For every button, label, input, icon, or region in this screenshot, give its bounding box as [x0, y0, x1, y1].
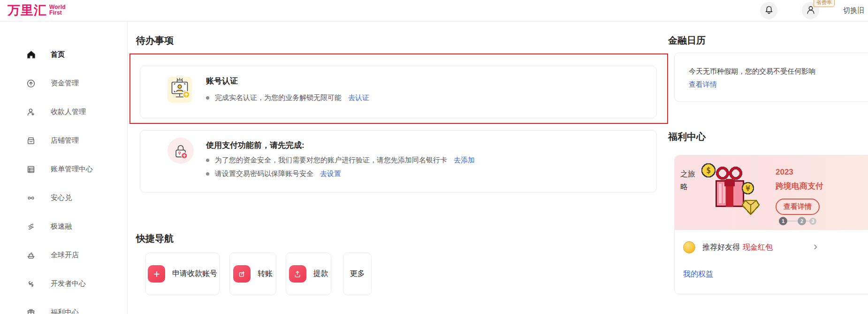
plus-icon	[148, 265, 165, 283]
quick-button-label: 提款	[313, 269, 328, 279]
sidebar-item-bills[interactable]: 账单管理中心	[0, 155, 127, 184]
top-header: 万里汇 World First 省费率 切换旧	[0, 0, 868, 22]
financial-calendar-card: 今天无币种假期，您的交易不受任何影响 查看详情	[674, 53, 868, 102]
sidebar-item-label: 收款人管理	[51, 107, 86, 116]
bullet-dot	[206, 96, 209, 100]
switch-version-link[interactable]: 切换旧	[843, 6, 864, 15]
go-verify-link[interactable]: 去认证	[348, 93, 369, 102]
home-icon	[26, 50, 38, 60]
calendar-details-link[interactable]: 查看详情	[689, 80, 717, 89]
store-icon	[26, 136, 38, 146]
sidebar-item-developer[interactable]: 开发者中心	[0, 269, 127, 298]
page-dot-2[interactable]: 2	[798, 217, 806, 225]
card-title: 账号认证	[206, 76, 369, 87]
referral-row[interactable]: 推荐好友得 现金红包 ›	[675, 230, 868, 253]
todo-section-title: 待办事项	[136, 34, 657, 47]
svg-text:¥: ¥	[746, 184, 750, 193]
sidebar-item-financing[interactable]: 极速融	[0, 212, 127, 241]
bullet-text: 为了您的资金安全，我们需要对您的账户进行验证，请您先添加同名银行卡	[215, 156, 447, 165]
calendar-section-title: 金融日历	[668, 34, 868, 47]
sidebar-nav: 首页 资金管理 收款人管理 店铺管理	[0, 22, 128, 314]
page-dot-3[interactable]: 3	[809, 218, 816, 225]
go-set-password-link[interactable]: 去设置	[320, 169, 341, 178]
gift-box-illustration: $ ¥	[698, 159, 763, 226]
card-title: 使用支付功能前，请先完成:	[206, 140, 475, 151]
banner-pagination[interactable]: 1 2 3	[779, 217, 816, 225]
bills-icon	[26, 164, 38, 175]
bullet-text: 完成实名认证，为您的业务解锁无限可能	[215, 93, 342, 102]
more-button[interactable]: 更多	[343, 253, 372, 295]
sidebar-item-home[interactable]: 首页	[0, 40, 127, 69]
chevron-right-icon: ›	[814, 240, 817, 253]
sidebar-item-label: 店铺管理	[51, 136, 79, 145]
global-store-icon	[26, 250, 38, 260]
todo-card-account-verification: 账号认证 完成实名认证，为您的业务解锁无限可能 去认证	[140, 66, 657, 118]
payee-icon	[26, 107, 38, 117]
transfer-icon	[233, 265, 251, 283]
sidebar-item-global-store[interactable]: 全球开店	[0, 241, 127, 269]
sidebar-item-label: 安心兑	[51, 193, 72, 202]
quick-button-label: 转账	[258, 269, 273, 279]
sidebar-item-exchange[interactable]: 安心兑	[0, 184, 127, 212]
welfare-icon	[26, 307, 38, 314]
sidebar-item-label: 福利中心	[51, 308, 79, 314]
sidebar-item-label: 全球开店	[51, 251, 79, 260]
right-panel: 金融日历 今天无币种假期，您的交易不受任何影响 查看详情 福利中心 之旅 略 $	[668, 22, 868, 294]
banner-subtitle: 跨境电商支付	[776, 181, 823, 191]
sidebar-item-label: 极速融	[51, 222, 72, 231]
logo-cn-text: 万里汇	[8, 2, 47, 18]
sidebar-item-welfare[interactable]: 福利中心	[0, 298, 127, 314]
sidebar-item-payees[interactable]: 收款人管理	[0, 98, 127, 126]
referral-text: 推荐好友得	[702, 243, 740, 253]
banner-details-button[interactable]: 查看详情	[776, 199, 820, 215]
page-dot-1[interactable]: 1	[779, 217, 787, 225]
svg-text:$: $	[706, 166, 711, 175]
apply-receiving-account-button[interactable]: 申请收款账号	[145, 253, 220, 295]
calendar-message: 今天无币种假期，您的交易不受任何影响	[689, 66, 868, 77]
account-verify-icon	[168, 77, 192, 103]
sidebar-item-label: 开发者中心	[51, 279, 86, 288]
welfare-section-title: 福利中心	[668, 130, 868, 143]
withdraw-icon	[289, 265, 306, 283]
welfare-center-card: 之旅 略 $ ¥	[674, 155, 868, 294]
quick-nav-row: 申请收款账号 转账 提款 更多	[145, 253, 657, 295]
quick-button-label: 申请收款账号	[172, 269, 217, 279]
coin-icon	[683, 241, 695, 253]
sidebar-item-stores[interactable]: 店铺管理	[0, 126, 127, 155]
quick-nav-section-title: 快捷导航	[136, 232, 657, 245]
withdraw-button[interactable]: 提款	[286, 253, 331, 295]
transfer-button[interactable]: 转账	[229, 253, 276, 295]
sidebar-item-label: 首页	[51, 50, 65, 59]
worldfirst-logo[interactable]: 万里汇 World First	[8, 2, 66, 18]
todo-card-payment-prerequisites: 使用支付功能前，请先完成: 为了您的资金安全，我们需要对您的账户进行验证，请您先…	[140, 130, 657, 192]
bullet-dot	[206, 159, 209, 162]
main-content: 待办事项 账号认证	[136, 22, 657, 295]
lock-icon	[168, 138, 194, 164]
go-add-bank-link[interactable]: 去添加	[454, 156, 475, 165]
notifications-button[interactable]	[760, 2, 777, 19]
bullet-dot	[206, 172, 209, 176]
bullet-text: 请设置交易密码以保障账号安全	[215, 169, 313, 178]
quick-button-label: 更多	[350, 269, 365, 279]
my-benefits-link[interactable]: 我的权益	[683, 269, 713, 279]
developer-icon	[26, 279, 38, 289]
funds-icon	[26, 78, 38, 89]
logo-en-text: World First	[49, 4, 66, 15]
bell-icon	[763, 4, 775, 17]
sidebar-item-label: 账单管理中心	[51, 165, 93, 174]
sidebar-item-label: 资金管理	[51, 79, 79, 88]
referral-highlight: 现金红包	[743, 243, 773, 253]
sidebar-item-funds[interactable]: 资金管理	[0, 69, 127, 98]
financing-icon	[26, 222, 38, 232]
exchange-icon	[26, 193, 38, 203]
banner-left-text: 之旅 略	[680, 168, 695, 193]
banner-year: 2023	[776, 168, 793, 177]
welfare-banner[interactable]: 之旅 略 $ ¥	[675, 155, 868, 230]
rate-badge[interactable]: 省费率	[814, 0, 835, 7]
